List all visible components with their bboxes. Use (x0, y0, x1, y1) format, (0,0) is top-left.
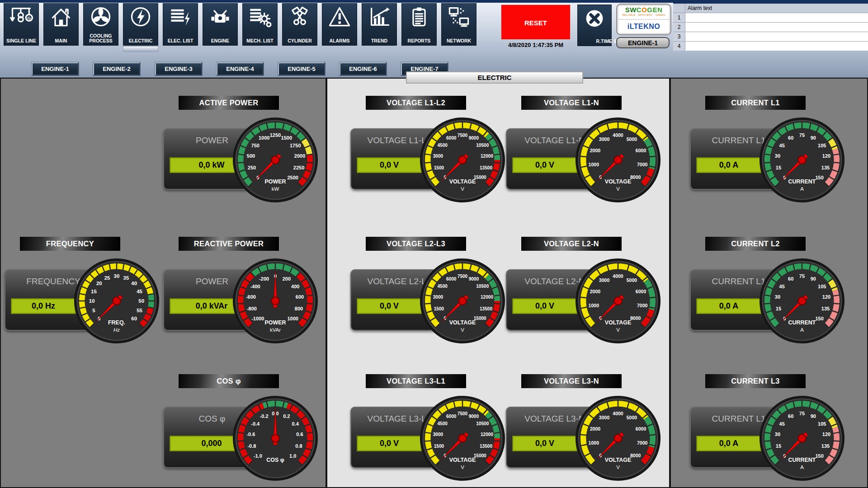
toolbar-button-cooling-process[interactable]: COOLING PROCESS (83, 3, 118, 46)
alarm-row-text (685, 23, 868, 32)
svg-text:120: 120 (822, 294, 830, 300)
svg-text:90: 90 (811, 276, 816, 282)
svg-text:2000: 2000 (590, 148, 601, 153)
swcogen-gen: GEN (647, 6, 662, 14)
engine-selector-badge[interactable]: ENGINE-1 (616, 37, 670, 48)
alarm-row-number: 2 (673, 23, 685, 32)
gauge-group-reactive-power: REACTIVE POWER POWER 0,0 kVAr -1000-800-… (163, 237, 358, 350)
svg-text:-0.8: -0.8 (247, 443, 256, 449)
toolbar-button-label: COOLING PROCESS (84, 33, 118, 44)
list-gears-icon (248, 5, 272, 28)
svg-text:10: 10 (89, 298, 95, 304)
tab-engine-1[interactable]: ENGINE-1 (32, 62, 79, 75)
swcogen-sw: SW (625, 6, 637, 14)
svg-text:5000: 5000 (627, 277, 637, 283)
svg-text:75: 75 (799, 273, 805, 279)
svg-text:-200: -200 (259, 276, 269, 282)
svg-text:60: 60 (788, 276, 793, 282)
svg-text:400: 400 (291, 284, 299, 289)
svg-text:V: V (616, 327, 620, 333)
toolbar-button-single-line[interactable]: G SINGLE LINE (4, 3, 39, 46)
tab-engine-3[interactable]: ENGINE-3 (155, 62, 202, 75)
toolbar-button-label: NETWORK (442, 38, 476, 44)
tab-engine-6[interactable]: ENGINE-6 (340, 62, 387, 75)
toolbar-button-elec-list[interactable]: ELEC. LIST (163, 3, 198, 46)
warning-icon (328, 5, 351, 28)
fan-icon (89, 5, 113, 28)
toolbar-button-label: MECH. LIST (243, 38, 277, 44)
tab-engine-5[interactable]: ENGINE-5 (278, 62, 325, 75)
svg-text:1500: 1500 (434, 165, 444, 170)
svg-text:POWER: POWER (264, 178, 286, 185)
svg-text:4000: 4000 (613, 132, 623, 138)
rtime-stop-button[interactable]: R.TIME STOP (577, 5, 612, 46)
header-bar: G SINGLE LINE MAIN COOLING PROCESS ELECT… (0, 0, 868, 78)
toolbar-button-trend[interactable]: TREND (362, 3, 397, 46)
svg-text:55: 55 (137, 308, 142, 313)
svg-text:1750: 1750 (290, 143, 301, 148)
svg-text:FREQ.: FREQ. (108, 319, 125, 326)
toolbar-button-electric[interactable]: ELECTRIC (123, 3, 158, 46)
analog-gauge: 0153045607590105120135150CURRENTA (759, 117, 845, 203)
alarm-table-header: Alarm text (685, 4, 868, 13)
svg-text:105: 105 (818, 143, 826, 148)
brand-logos: SWCOGEN RELIABLE · EFFICIENT · GREEN iLT… (616, 4, 671, 35)
svg-text:3000: 3000 (599, 415, 610, 420)
swcogen-c: C (637, 6, 642, 14)
svg-text:7000: 7000 (637, 440, 648, 446)
svg-text:500: 500 (247, 153, 255, 159)
alarm-row-number: 1 (673, 13, 685, 22)
toolbar-button-mech-list[interactable]: MECH. LIST (242, 3, 278, 46)
svg-text:12000: 12000 (481, 154, 493, 159)
single-line-icon: G (9, 5, 33, 28)
svg-text:1000: 1000 (589, 303, 599, 308)
svg-text:5000: 5000 (627, 415, 637, 420)
gauge-title: CURRENT L1 (705, 96, 806, 110)
svg-text:50: 50 (138, 298, 144, 304)
analog-gauge: -1.0-0.8-0.6-0.4-0.20.00.20.40.60.81.0CO… (232, 395, 319, 482)
toolbar-button-cylinder[interactable]: CYLINDER (282, 3, 317, 46)
svg-text:CURRENT: CURRENT (788, 457, 816, 463)
toolbar-button-engine[interactable]: ENGINE (203, 3, 238, 46)
swcogen-logo: SWCOGEN RELIABLE · EFFICIENT · GREEN (618, 6, 669, 19)
engine-icon (208, 5, 232, 28)
gauge-title: VOLTAGE L1-L2 (366, 96, 466, 110)
tab-engine-4[interactable]: ENGINE-4 (217, 62, 264, 75)
svg-text:A: A (800, 327, 804, 333)
toolbar-button-main[interactable]: MAIN (43, 3, 79, 46)
svg-text:5: 5 (92, 308, 95, 313)
svg-text:45: 45 (137, 289, 142, 294)
svg-text:15: 15 (776, 443, 781, 449)
svg-text:2000: 2000 (590, 289, 601, 294)
svg-text:POWER: POWER (264, 319, 286, 326)
svg-text:CURRENT: CURRENT (788, 178, 816, 185)
svg-text:250: 250 (248, 165, 256, 170)
svg-text:0.4: 0.4 (292, 421, 299, 427)
svg-text:150: 150 (815, 175, 823, 180)
alarm-table[interactable]: Alarm text 1 2 3 4 (673, 3, 868, 50)
svg-text:-1000: -1000 (251, 316, 264, 321)
svg-text:10500: 10500 (476, 284, 489, 289)
toolbar-button-label: REPORTS (402, 38, 436, 44)
svg-text:2000: 2000 (590, 426, 601, 432)
svg-text:-1.0: -1.0 (254, 453, 262, 459)
tab-engine-2[interactable]: ENGINE-2 (93, 62, 140, 75)
toolbar-button-network[interactable]: NETWORK (441, 3, 476, 46)
svg-text:-0.4: -0.4 (251, 421, 260, 427)
svg-text:1000: 1000 (589, 162, 599, 167)
gauge-title: CURRENT L2 (705, 237, 806, 251)
svg-text:25: 25 (104, 275, 110, 281)
toolbar-button-reports[interactable]: REPORTS (401, 3, 437, 46)
reset-button[interactable]: RESET (501, 5, 571, 40)
svg-text:VOLTAGE: VOLTAGE (605, 457, 631, 463)
svg-text:-800: -800 (247, 306, 257, 311)
alarm-row-number: 3 (673, 32, 685, 41)
stop-x-icon (583, 8, 606, 31)
svg-text:30: 30 (775, 294, 780, 300)
gauge-title: VOLTAGE L3-N (521, 374, 622, 388)
toolbar-button-alarms[interactable]: ALARMS (322, 3, 357, 46)
toolbar-button-label: ALARMS (322, 38, 357, 44)
svg-text:0.8: 0.8 (295, 443, 302, 449)
gauge-group-current-l2: CURRENT L2 CURRENT L1 0,0 A 015304560759… (690, 237, 868, 350)
svg-text:150: 150 (815, 316, 823, 321)
